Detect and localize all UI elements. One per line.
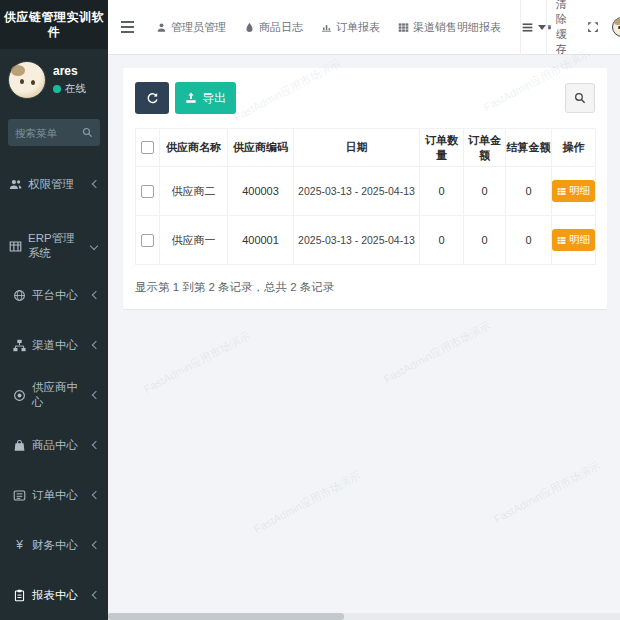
user-status-label: 在线	[65, 82, 86, 96]
sidebar-item-report-center[interactable]: 报表中心	[0, 570, 108, 620]
row-checkbox[interactable]	[141, 185, 154, 198]
tab-label: 管理员管理	[171, 20, 226, 35]
tab-goods-log[interactable]: 商品日志	[235, 0, 312, 55]
detail-button-label: 明细	[569, 184, 590, 198]
watermark: FastAdmin应用市场演示	[251, 468, 363, 537]
export-label: 导出	[202, 90, 226, 107]
user-status: 在线	[53, 82, 86, 96]
chevron-left-icon	[92, 341, 100, 349]
sidebar-item-label: ERP管理系统	[28, 231, 85, 261]
watermark: FastAdmin应用市场演示	[381, 318, 493, 387]
expand-icon	[587, 21, 599, 33]
cell-settle-amount: 0	[506, 216, 552, 265]
sidebar-item-order-center[interactable]: 订单中心	[0, 470, 108, 520]
sidebar-item-erp-system[interactable]: ERP管理系统	[0, 222, 108, 270]
user-avatar	[8, 61, 46, 99]
cell-actions: 明细	[552, 216, 596, 265]
chevron-left-icon	[92, 441, 100, 449]
tab-admin-management[interactable]: 管理员管理	[147, 0, 235, 55]
tab-label: 商品日志	[259, 20, 303, 35]
list-alt-icon	[13, 489, 26, 502]
sidebar-item-label: 平台中心	[32, 288, 78, 303]
refresh-icon	[146, 92, 159, 105]
online-dot-icon	[53, 85, 61, 93]
row-checkbox[interactable]	[141, 234, 154, 247]
main-area: 管理员管理 商品日志 订单报表 渠道销售明细报表	[108, 0, 620, 620]
row-checkbox-cell	[136, 167, 160, 216]
detail-button[interactable]: 明细	[552, 180, 595, 202]
select-all-checkbox[interactable]	[141, 141, 154, 154]
tab-list-dropdown-button[interactable]	[520, 0, 547, 55]
shopping-bag-icon	[13, 439, 26, 452]
header-checkbox-cell	[136, 129, 160, 167]
table-icon	[9, 240, 22, 253]
chevron-down-icon	[90, 242, 98, 250]
trash-icon	[547, 21, 552, 33]
sidebar-item-label: 订单中心	[32, 488, 78, 503]
cell-order-qty: 0	[420, 167, 464, 216]
table-row: 供应商一 400001 2025-03-13 - 2025-04-13 0 0 …	[136, 216, 596, 265]
chevron-left-icon	[92, 541, 100, 549]
th-list-icon	[557, 187, 566, 196]
fullscreen-button[interactable]	[587, 21, 599, 33]
col-settle-amount: 结算金额	[506, 129, 552, 167]
search-icon	[82, 127, 93, 138]
clear-cache-button[interactable]: 清除缓存	[547, 0, 574, 57]
sidebar-toggle-icon[interactable]	[108, 0, 147, 55]
col-supplier-code: 供应商编码	[228, 129, 294, 167]
tab-label: 订单报表	[336, 20, 380, 35]
cell-settle-amount: 0	[506, 167, 552, 216]
sidebar-item-goods-center[interactable]: 商品中心	[0, 420, 108, 470]
cell-supplier-name: 供应商一	[160, 216, 228, 265]
sidebar-item-platform-center[interactable]: 平台中心	[0, 270, 108, 320]
topnav-user-menu[interactable]: ares	[612, 17, 620, 37]
table-header-row: 供应商名称 供应商编码 日期 订单数量 订单金额 结算金额 操作	[136, 129, 596, 167]
horizontal-scrollbar[interactable]	[108, 613, 620, 620]
sidebar-item-label: 报表中心	[32, 588, 78, 603]
watermark: FastAdmin应用市场演示	[141, 328, 253, 397]
col-order-amount: 订单金额	[464, 129, 506, 167]
list-icon	[521, 21, 534, 34]
chevron-left-icon	[92, 180, 100, 188]
user-meta: ares 在线	[53, 64, 86, 96]
caret-down-icon	[538, 25, 546, 30]
table-toolbar: 导出	[135, 82, 595, 114]
app-title: 供应链管理实训软件	[0, 0, 108, 49]
chevron-left-icon	[92, 491, 100, 499]
cell-supplier-code: 400003	[228, 167, 294, 216]
th-list-icon	[557, 236, 566, 245]
search-toggle-button[interactable]	[565, 83, 595, 113]
grid-icon	[398, 22, 409, 33]
col-date: 日期	[294, 129, 420, 167]
sidebar-item-finance-center[interactable]: ¥ 财务中心	[0, 520, 108, 570]
nav-tabs: 管理员管理 商品日志 订单报表 渠道销售明细报表	[147, 0, 510, 55]
user-panel: ares 在线	[0, 49, 108, 109]
export-button[interactable]: 导出	[175, 82, 236, 114]
sidebar-item-label: 商品中心	[32, 438, 78, 453]
col-order-qty: 订单数量	[420, 129, 464, 167]
scrollbar-thumb[interactable]	[108, 613, 344, 620]
user-name: ares	[53, 64, 86, 78]
refresh-button[interactable]	[135, 82, 169, 114]
sidebar-item-supplier-center[interactable]: 供应商中心	[0, 370, 108, 420]
app-window: 供应链管理实训软件 ares 在线 权限管	[0, 0, 620, 620]
cell-actions: 明细	[552, 167, 596, 216]
cell-order-amount: 0	[464, 167, 506, 216]
chevron-left-icon	[92, 291, 100, 299]
tab-channel-sales-detail-report[interactable]: 渠道销售明细报表	[389, 0, 510, 55]
globe-icon	[13, 289, 26, 302]
sidebar-item-label: 财务中心	[32, 538, 78, 553]
topnav-avatar	[612, 17, 620, 37]
detail-button[interactable]: 明细	[552, 229, 595, 251]
sidebar-item-channel-center[interactable]: 渠道中心	[0, 320, 108, 370]
cell-order-qty: 0	[420, 216, 464, 265]
report-panel: 导出 供应商名称 供应商编码	[123, 68, 607, 309]
top-navbar: 管理员管理 商品日志 订单报表 渠道销售明细报表	[108, 0, 620, 55]
chevron-left-icon	[92, 391, 100, 399]
tab-label: 渠道销售明细报表	[413, 20, 501, 35]
topnav-actions: 清除缓存 ares	[547, 0, 620, 57]
cell-date: 2025-03-13 - 2025-04-13	[294, 167, 420, 216]
sidebar-search-input[interactable]	[15, 127, 78, 139]
tab-order-report[interactable]: 订单报表	[312, 0, 389, 55]
sidebar-item-permissions[interactable]: 权限管理	[0, 160, 108, 208]
